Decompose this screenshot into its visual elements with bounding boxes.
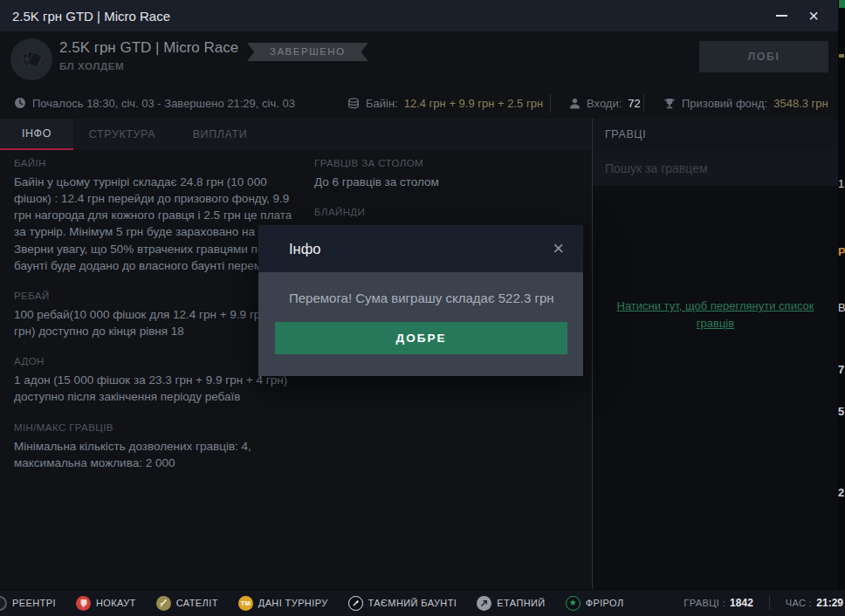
summary-row: Почалось 18:30, січ. 03 - Завершено 21:2… [0, 87, 838, 119]
satellite-icon [156, 596, 171, 611]
player-search-input[interactable] [605, 161, 826, 175]
dialog-close-icon[interactable]: × [553, 239, 564, 258]
lobby-button[interactable]: ЛОБІ [699, 41, 828, 72]
minimize-icon[interactable] [776, 15, 787, 17]
entries-value: 72 [628, 97, 640, 110]
section-title: ГРАВЦІВ ЗА СТОЛОМ [314, 158, 576, 168]
game-type-label: БЛ ХОЛДЕМ [59, 61, 124, 72]
edge-fragment: В [838, 301, 845, 314]
reentry-icon [0, 596, 7, 611]
ok-button[interactable]: ДОБРЕ [275, 322, 567, 354]
tournament-cards-icon [10, 38, 52, 80]
prize-info: Призовий фонд: 3548.3 грн [663, 87, 828, 119]
edge-fragment: 2 [838, 486, 845, 499]
view-players-list-link[interactable]: Натисни тут, щоб переглянути список грав… [606, 298, 826, 332]
edge-fragment: 5 [838, 405, 845, 418]
badge-freeroll: ★ ФРІРОЛ [566, 596, 624, 611]
freeroll-icon: ★ [566, 596, 581, 611]
chips-icon [347, 98, 360, 109]
badge-satellite: САТЕЛІТ [156, 596, 218, 611]
time-label: ЧАС : [786, 598, 812, 608]
clock-icon [14, 97, 26, 109]
mystery-bounty-icon [348, 596, 363, 611]
info-dialog: Інфо × Перемога! Сума виграшу складає 52… [258, 225, 583, 376]
section-title: БАЙІН [14, 158, 306, 168]
buyin-value: 12.4 грн + 9.9 грн + 2.5 грн [404, 97, 543, 110]
info-dialog-header: Інфо × [258, 225, 583, 272]
badge-label: НОКАУТ [96, 598, 136, 608]
entries-info: Входи: 72 [569, 87, 641, 119]
buyin-label: Байін: [366, 97, 398, 110]
section-title: МІН/МАКС ГРАВЦІВ [14, 422, 306, 433]
badge-knockout: НОКАУТ [76, 596, 136, 611]
win-message: Перемога! Сума виграшу складає 522.3 грн [289, 291, 566, 305]
badge-label: ФРІРОЛ [586, 598, 624, 608]
window-titlebar: 2.5K грн GTD | Micro Race × [0, 0, 845, 31]
divider [550, 94, 551, 112]
badge-label: САТЕЛІТ [176, 598, 218, 608]
players-panel-title: ГРАВЦІ [593, 119, 838, 150]
edge-fragment [839, 0, 845, 8]
tab-payouts[interactable]: ВИПЛАТИ [171, 119, 269, 150]
players-panel: ГРАВЦІ Натисни тут, щоб переглянути спис… [592, 119, 838, 589]
min-max-players-section: МІН/МАКС ГРАВЦІВ Мінімальна кількість до… [14, 422, 306, 471]
person-icon [569, 98, 581, 109]
section-body: Мінімальна кількість дозволених гравців:… [14, 438, 306, 471]
edge-fragment: 7 [838, 363, 845, 376]
window-controls: × [776, 7, 819, 24]
badge-reentry: РЕЕНТРІ [0, 596, 56, 611]
dialog-title: Інфо [289, 241, 320, 257]
trophy-icon [663, 98, 676, 109]
badge-mystery-bounty: ТАЄМНИЙ БАУНТІ [348, 596, 457, 611]
status-bar: РЕЕНТРІ НОКАУТ САТЕЛІТ TM ДАНІ ТУРНІРУ Т… [0, 589, 845, 616]
edge-fragment [839, 54, 844, 58]
buyin-info: Байін: 12.4 грн + 9.9 грн + 2.5 грн [347, 87, 543, 119]
entries-label: Входи: [587, 97, 622, 110]
section-body: До 6 гравців за столом [314, 174, 576, 190]
stage-icon [477, 596, 491, 611]
player-search-box [593, 150, 838, 186]
divider [769, 596, 770, 610]
status-badge: ЗАВЕРШЕНО [247, 43, 368, 61]
badge-label: ЕТАПНИЙ [497, 598, 545, 608]
section-body: 1 адон (15 000 фішок за 23.3 грн + 9.9 г… [14, 372, 306, 405]
background-window-edge: 1 Р В 7 5 2 [838, 0, 845, 589]
badge-label: РЕЕНТРІ [12, 598, 56, 608]
info-dialog-body: Перемога! Сума виграшу складає 522.3 грн… [258, 291, 583, 354]
statusbar-right: ГРАВЦІ : 1842 ЧАС : 21:29 [684, 596, 843, 610]
close-icon[interactable]: × [808, 7, 819, 24]
badge-stage: ЕТАПНИЙ [477, 596, 545, 611]
edge-fragment: 1 [838, 177, 845, 190]
tournament-data-icon: TM [238, 596, 253, 611]
tab-info[interactable]: ІНФО [0, 119, 73, 150]
schedule-info: Почалось 18:30, січ. 03 - Завершено 21:2… [14, 87, 295, 119]
window-title: 2.5K грн GTD | Micro Race [12, 9, 170, 24]
section-title: БЛАЙНДИ [314, 207, 576, 217]
badge-tournament-data: TM ДАНІ ТУРНІРУ [238, 596, 328, 611]
tournament-title: 2.5K грн GTD | Micro Race [59, 39, 238, 57]
tab-bar: ІНФО СТРУКТУРА ВИПЛАТИ [0, 119, 591, 150]
prize-label: Призовий фонд: [682, 97, 767, 110]
knockout-icon [76, 596, 91, 611]
schedule-text: Почалось 18:30, січ. 03 - Завершено 21:2… [32, 97, 295, 110]
badge-label: ТАЄМНИЙ БАУНТІ [368, 598, 457, 608]
tab-structure[interactable]: СТРУКТУРА [73, 119, 171, 150]
players-per-table-section: ГРАВЦІВ ЗА СТОЛОМ До 6 гравців за столом [314, 158, 576, 190]
players-count-label: ГРАВЦІ : [684, 598, 725, 608]
time-value: 21:29 [816, 597, 843, 609]
badge-label: ДАНІ ТУРНІРУ [258, 598, 328, 608]
prize-value: 3548.3 грн [773, 97, 828, 110]
players-count-value: 1842 [730, 597, 753, 609]
tournament-header: 2.5K грн GTD | Micro Race ЗАВЕРШЕНО БЛ Х… [0, 31, 838, 87]
divider [643, 94, 644, 112]
edge-fragment: Р [838, 245, 845, 258]
